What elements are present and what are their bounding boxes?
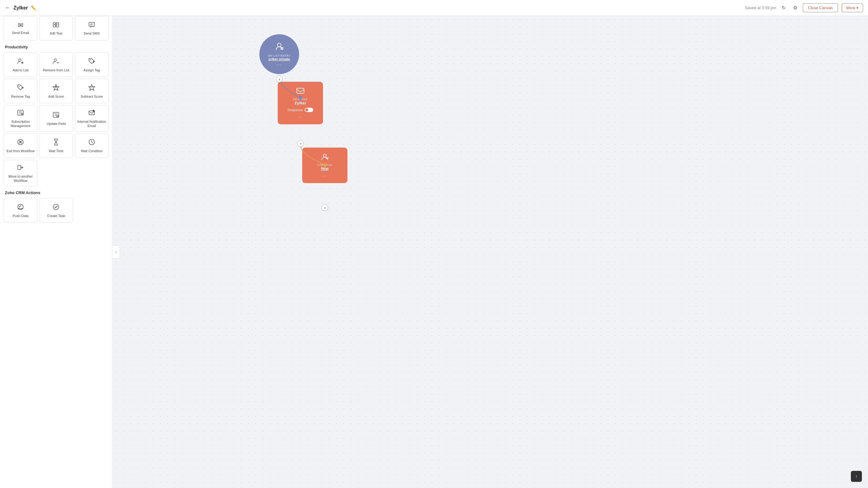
- wait-time-label: Wait Time: [49, 149, 64, 153]
- subtract-score-icon: [88, 84, 95, 92]
- sidebar: ✉ Send Email A/B Test: [0, 16, 113, 488]
- tool-move-to-another-workflow[interactable]: Move to another Workflow: [4, 160, 37, 186]
- tool-add-score[interactable]: Add Score: [39, 79, 73, 103]
- assign-tag-label: Assign Tag: [84, 68, 100, 72]
- move-to-another-workflow-label: Move to another Workflow: [6, 174, 35, 183]
- tool-wait-condition[interactable]: Wait Condition: [75, 134, 108, 158]
- workflow-canvas: ON LIST ENTRY zylker private ··· ∨ MESSA…: [113, 16, 868, 488]
- svg-point-23: [93, 110, 94, 112]
- send-sms-label: Send SMS: [84, 31, 100, 35]
- edit-icon[interactable]: ✏️: [31, 5, 36, 10]
- message-node-expand-button[interactable]: ∨: [297, 140, 304, 147]
- scroll-to-top-button[interactable]: ↑: [851, 471, 862, 482]
- tool-update-field[interactable]: Update Field: [39, 105, 73, 132]
- svg-rect-30: [297, 88, 304, 93]
- create-task-label: Create Task: [47, 214, 65, 218]
- add-to-list-icon: [17, 58, 24, 66]
- more-button[interactable]: More ▾: [842, 3, 863, 12]
- entry-node-name: zylker private: [269, 57, 290, 61]
- create-task-icon: [52, 203, 60, 212]
- push-data-icon: [17, 203, 24, 212]
- tool-assign-tag[interactable]: Assign Tag: [75, 52, 108, 77]
- message-node-type: MESSAGE: [281, 98, 319, 101]
- tool-remove-from-list[interactable]: Remove from List: [39, 52, 73, 77]
- entry-node-expand-button[interactable]: ∨: [276, 76, 283, 82]
- ab-test-label: A/B Test: [50, 31, 62, 35]
- wait-condition-icon: [88, 138, 95, 147]
- add-score-icon: [52, 84, 60, 92]
- tool-internal-notification-email[interactable]: Internal Notification Email: [75, 105, 108, 132]
- message-node[interactable]: MESSAGE Zylker Response ···: [278, 82, 323, 124]
- saved-status: Saved at 3:59 pm: [745, 5, 776, 10]
- update-field-icon: [52, 111, 60, 120]
- entry-node[interactable]: ON LIST ENTRY zylker private ···: [259, 34, 299, 74]
- tool-send-sms[interactable]: Send SMS: [75, 16, 108, 40]
- update-field-label: Update Field: [46, 121, 65, 126]
- send-email-icon: ✉: [18, 22, 23, 29]
- svg-point-9: [54, 59, 57, 61]
- tool-subtract-score[interactable]: Subtract Score: [75, 79, 108, 103]
- entry-node-dots: ···: [277, 62, 282, 67]
- tool-add-to-list[interactable]: Add to List: [4, 52, 37, 77]
- tool-exit-from-workflow[interactable]: Exit from Workflow: [4, 134, 37, 158]
- tool-send-email[interactable]: ✉ Send Email: [4, 16, 37, 40]
- productivity-grid: Add to List Remove from List Assign Tag …: [4, 52, 108, 186]
- crm-task-node[interactable]: CRM TASK New ···: [302, 148, 347, 183]
- crm-task-node-type: CRM TASK: [306, 164, 344, 167]
- subscription-management-icon: [17, 109, 24, 118]
- tool-ab-test[interactable]: A/B Test: [39, 16, 73, 40]
- response-toggle[interactable]: [305, 108, 313, 112]
- ab-test-icon: [53, 22, 59, 29]
- svg-rect-14: [18, 110, 23, 115]
- workflow-canvas-area: ‹: [113, 16, 868, 488]
- send-email-label: Send Email: [12, 31, 29, 35]
- wait-time-icon: [52, 138, 60, 147]
- workflow-title: Zylker: [13, 5, 28, 11]
- svg-rect-5: [89, 22, 94, 26]
- wait-condition-label: Wait Condition: [81, 149, 102, 153]
- svg-point-31: [323, 154, 326, 157]
- connector-svg: [113, 16, 868, 488]
- svg-marker-13: [89, 85, 95, 90]
- add-to-list-label: Add to List: [12, 68, 28, 72]
- tool-remove-tag[interactable]: Remove Tag: [4, 79, 37, 103]
- tool-subscription-management[interactable]: Subscription Management: [4, 105, 37, 132]
- header-left: ← Zylker ✏️: [5, 5, 36, 11]
- crm-task-node-dots: ···: [306, 173, 344, 178]
- svg-point-28: [277, 43, 281, 47]
- tool-wait-time[interactable]: Wait Time: [39, 134, 73, 158]
- back-button[interactable]: ←: [5, 5, 10, 11]
- header: ← Zylker ✏️ Saved at 3:59 pm ↻ ⚙ Close C…: [0, 0, 868, 16]
- message-node-icon: [281, 87, 319, 96]
- top-tools-grid: ✉ Send Email A/B Test: [4, 16, 108, 40]
- remove-from-list-icon: [52, 58, 60, 66]
- move-to-another-workflow-icon: [17, 164, 24, 172]
- productivity-section-title: Productivity: [4, 40, 108, 52]
- entry-node-type: ON LIST ENTRY: [268, 54, 290, 57]
- svg-point-27: [53, 204, 59, 210]
- push-data-label: Push Data: [12, 214, 28, 218]
- remove-tag-icon: [17, 84, 24, 92]
- crm-node-expand-button[interactable]: ∨: [321, 204, 328, 211]
- svg-rect-1: [56, 23, 59, 27]
- crm-task-node-icon: [306, 152, 344, 162]
- message-node-name: Zylker: [281, 101, 319, 105]
- exit-from-workflow-icon: [17, 138, 24, 147]
- settings-button[interactable]: ⚙: [791, 3, 799, 12]
- close-canvas-button[interactable]: Close Canvas: [803, 3, 838, 12]
- header-right: Saved at 3:59 pm ↻ ⚙ Close Canvas More ▾: [745, 3, 863, 12]
- crm-section-title: Zoho CRM Actions: [4, 186, 108, 198]
- main-layout: ✉ Send Email A/B Test: [0, 16, 868, 488]
- collapse-sidebar-button[interactable]: ‹: [113, 245, 120, 259]
- svg-rect-26: [18, 165, 21, 170]
- svg-point-8: [19, 59, 21, 61]
- tool-create-task[interactable]: Create Task: [39, 198, 73, 223]
- refresh-button[interactable]: ↻: [780, 3, 787, 12]
- add-score-label: Add Score: [48, 94, 64, 98]
- exit-from-workflow-label: Exit from Workflow: [6, 149, 34, 153]
- assign-tag-icon: [88, 58, 95, 66]
- remove-from-list-label: Remove from List: [43, 68, 69, 72]
- internal-notification-email-label: Internal Notification Email: [77, 119, 106, 128]
- remove-tag-label: Remove Tag: [11, 94, 30, 98]
- tool-push-data[interactable]: Push Data: [4, 198, 37, 223]
